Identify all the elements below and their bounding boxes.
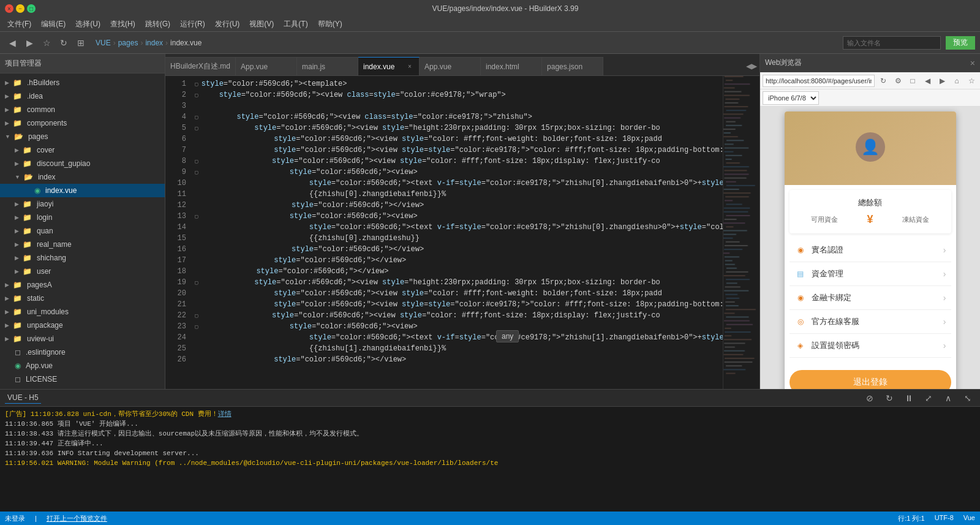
bottom-tab-vue-h5[interactable]: VUE - H5 [5,392,41,404]
menu-select[interactable]: 选择(U) [70,18,105,31]
menu-find[interactable]: 查找(H) [105,18,140,31]
fold-icon[interactable]: ▢ [195,214,202,220]
preview-reload-icon[interactable]: ↻ [877,75,889,87]
sidebar-item-jiaoyi[interactable]: ▶📁jiaoyi [0,197,165,211]
breadcrumb-pages[interactable]: pages [118,39,138,47]
preview-url-input[interactable] [763,75,875,87]
sidebar-item-App-vue[interactable]: ◉App.vue [0,359,165,372]
fold-icon[interactable]: ▢ [195,126,202,132]
expand-log-icon[interactable]: ⤢ [921,391,936,406]
sidebar-item-static[interactable]: ▶📁static [0,292,165,305]
minimize-button[interactable]: － [16,4,24,13]
menu-publish[interactable]: 发行(U) [210,18,245,31]
fold-icon[interactable]: ▢ [195,280,202,286]
close-log-icon[interactable]: ∧ [941,391,956,406]
sidebar-item-index[interactable]: ▼📂index [0,170,165,184]
logout-button[interactable]: 退出登錄 [790,370,951,389]
sidebar-item-quan[interactable]: ▶📁quan [0,224,165,238]
tab-hbuilderx-md[interactable]: HBuilderX自述.md [165,57,236,75]
phone-menu-item-0[interactable]: ◉ 實名認證 › [790,238,951,262]
breadcrumb-vue[interactable]: VUE [96,39,111,47]
log-link[interactable]: 详情 [218,410,232,418]
sidebar-item--eslintignore[interactable]: ◻.eslintignore [0,346,165,359]
fold-icon[interactable]: ▢ [195,324,202,330]
sidebar-item-pages[interactable]: ▼📂pages [0,130,165,143]
sidebar-item-shichang[interactable]: ▶📁shichang [0,251,165,265]
line-number-7: 7 [165,145,186,156]
line-number-9: 9 [165,167,186,178]
fold-icon[interactable]: ▢ [195,93,202,99]
tab-app-vue-2[interactable]: App.vue [420,57,481,75]
preview-bookmark-icon[interactable]: ☆ [965,75,978,87]
code-content[interactable]: ▢ style="color:#569cd6;"><template>▢ sty… [190,76,723,389]
fold-icon[interactable]: ▢ [195,81,202,88]
tree-label: pages [28,132,48,141]
sidebar-item-discount_gupiao[interactable]: ▶📁discount_gupiao [0,157,165,170]
close-button[interactable]: × [5,4,13,13]
device-select[interactable]: iPhone 6/7/8 [763,91,819,105]
preview-button[interactable]: 预览 [946,36,975,50]
sidebar-item-uni_modules[interactable]: ▶📁uni_modules [0,305,165,319]
sidebar-item--idea[interactable]: ▶📁.idea [0,89,165,103]
sidebar-item--hBuilders[interactable]: ▶📁.hBuilders [0,76,165,89]
sidebar-item-user[interactable]: ▶📁user [0,265,165,278]
phone-menu-item-1[interactable]: ▤ 資金管理 › [790,262,951,286]
fold-icon[interactable]: ▢ [195,170,202,176]
maximize-button[interactable]: □ [27,4,36,13]
sidebar-item-cover[interactable]: ▶📁cover [0,143,165,157]
pause-log-icon[interactable]: ⏸ [902,391,916,406]
breadcrumb-index[interactable]: index [145,39,163,47]
preview-close-icon[interactable]: × [970,58,975,68]
tree-label: pagesA [27,281,52,289]
tab-app-vue-1[interactable]: App.vue [236,57,297,75]
refresh-button[interactable]: ↻ [56,36,71,50]
menu-help[interactable]: 帮助(Y) [313,18,347,31]
sidebar-item-pagesA[interactable]: ▶📁pagesA [0,278,165,292]
code-line-10: style="color:#569cd6;"><text v-if=style=… [195,178,723,189]
menu-edit[interactable]: 编辑(E) [36,18,70,31]
home-button[interactable]: ⊞ [74,36,88,50]
menu-run[interactable]: 运行(R) [175,18,210,31]
preview-screenshot-icon[interactable]: □ [907,75,919,87]
phone-menu-item-2[interactable]: ◉ 金融卡綁定 › [790,286,951,310]
tab-close-icon[interactable]: × [405,62,414,71]
tree-label: .idea [27,92,43,100]
file-search-input[interactable] [843,36,941,50]
filter-log-icon[interactable]: ↻ [882,391,897,406]
clear-log-icon[interactable]: ⊘ [862,391,877,406]
fold-icon[interactable]: ▢ [195,313,202,319]
sidebar-item-common[interactable]: ▶📁common [0,103,165,116]
code-editor[interactable]: 1234567891011121314151617181920212223242… [165,76,723,389]
phone-menu-item-3[interactable]: ◎ 官方在線客服 › [790,310,951,334]
menu-view[interactable]: 视图(V) [244,18,279,31]
forward-button[interactable]: ▶ [22,36,37,50]
tab-pages-json[interactable]: pages.json [542,57,603,75]
tab-main-js[interactable]: main.js [297,57,358,75]
tab-index-vue[interactable]: index.vue × [358,57,420,75]
bookmark-button[interactable]: ☆ [39,36,54,50]
sidebar-item-LICENSE[interactable]: ◻LICENSE [0,372,165,386]
sidebar-item-real_name[interactable]: ▶📁real_name [0,238,165,251]
preview-back-icon[interactable]: ◀ [921,75,933,87]
chevron-right-icon: › [943,269,946,279]
sidebar-item-unpackage[interactable]: ▶📁unpackage [0,319,165,332]
menu-file[interactable]: 文件(F) [2,18,36,31]
menu-tools[interactable]: 工具(T) [279,18,312,31]
menu-goto[interactable]: 跳转(G) [140,18,175,31]
preview-devtools-icon[interactable]: ⚙ [892,75,904,87]
back-button[interactable]: ◀ [5,36,20,50]
sidebar-item-uview-ui[interactable]: ▶📁uview-ui [0,332,165,346]
preview-home-icon[interactable]: ⌂ [951,75,963,87]
tab-scroll-arrows[interactable]: ◀▶ [744,57,760,75]
sidebar-item-index-vue[interactable]: ◉index.vue [0,184,165,197]
detach-log-icon[interactable]: ⤡ [960,391,975,406]
phone-menu-item-4[interactable]: ◈ 設置提領密碼 › [790,334,951,358]
sidebar-item-components[interactable]: ▶📁components [0,116,165,130]
fold-icon[interactable]: ▢ [195,159,202,165]
tree-arrow-icon: ▶ [5,336,9,342]
tab-index-html[interactable]: index.html [481,57,542,75]
status-preview-file[interactable]: 打开上一个预览文件 [47,514,107,523]
preview-forward-icon[interactable]: ▶ [936,75,948,87]
fold-icon[interactable]: ▢ [195,115,202,121]
sidebar-item-login[interactable]: ▶📁login [0,211,165,224]
